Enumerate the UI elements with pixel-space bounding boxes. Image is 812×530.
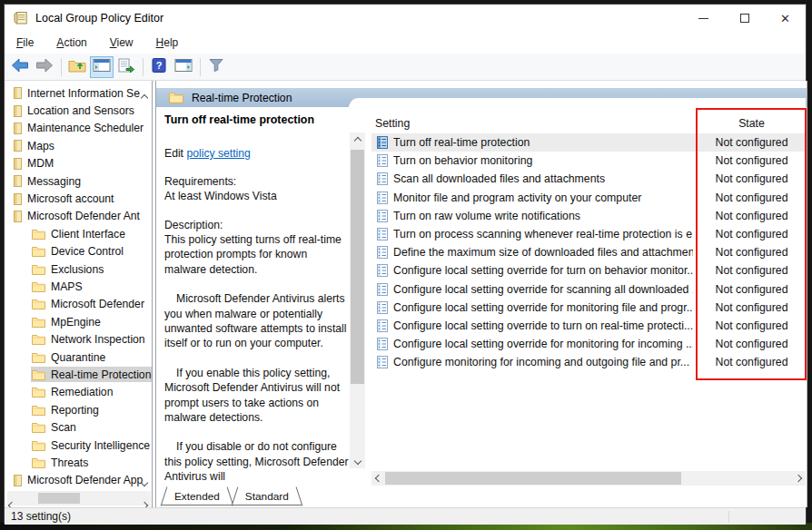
tree-item-reporting[interactable]: Reporting (6, 401, 152, 418)
tree-item-maps[interactable]: Maps (6, 137, 152, 154)
tree-item-microsoft-account[interactable]: Microsoft account (6, 190, 152, 207)
show-console-tree-button[interactable] (90, 56, 114, 78)
folder-icon (32, 457, 51, 468)
setting-document-icon (374, 210, 388, 222)
details-scroll-up-icon[interactable] (350, 132, 365, 148)
setting-name: Turn on behavior monitoring (393, 154, 693, 167)
tree-item-maintenance-scheduler[interactable]: Maintenance Scheduler (6, 120, 152, 137)
tree-scroll-down-icon[interactable] (142, 473, 147, 489)
tree-item-microsoft-defender[interactable]: Microsoft Defender (6, 296, 152, 313)
setting-row[interactable]: Configure local setting override to turn… (371, 317, 805, 335)
tab-extended[interactable]: Extended (162, 487, 233, 505)
export-list-button[interactable] (114, 56, 138, 78)
setting-name: Configure local setting override for mon… (393, 301, 693, 314)
tree-item-location-and-sensors[interactable]: Location and Sensors (6, 102, 152, 119)
list-scrollbar-thumb[interactable] (385, 472, 681, 485)
tab-standard[interactable]: Standard (233, 487, 302, 505)
menu-item-view[interactable]: View (102, 34, 142, 52)
forward-icon (35, 58, 54, 76)
setting-row[interactable]: Turn off real-time protectionNot configu… (371, 133, 805, 152)
setting-name: Configure local setting override for sca… (393, 283, 693, 296)
column-header-state[interactable]: State (697, 117, 807, 130)
minimize-button[interactable] (683, 5, 724, 32)
tree-item-microsoft-defender-app[interactable]: Microsoft Defender App (6, 472, 152, 489)
menu-item-help[interactable]: Help (148, 34, 187, 52)
tree-item-security-intelligence[interactable]: Security Intelligence (6, 437, 152, 454)
toolbar-separator (143, 58, 144, 76)
up-one-level-button[interactable] (65, 56, 89, 78)
tree-item-internet-information-se[interactable]: Internet Information Se (6, 84, 152, 102)
setting-state: Not configured (697, 228, 807, 240)
tree-horizontal-scrollbar (7, 491, 151, 505)
setting-row[interactable]: Configure local setting override for sca… (371, 280, 805, 299)
menu-item-action[interactable]: Action (48, 34, 94, 52)
setting-row[interactable]: Configure local setting override for mon… (371, 299, 805, 317)
tree-item-client-interface[interactable]: Client Interface (6, 225, 152, 242)
setting-row[interactable]: Configure local setting override for tur… (371, 261, 805, 280)
tree-item-device-control[interactable]: Device Control (6, 243, 152, 260)
tree-item-mpengine[interactable]: MpEngine (6, 313, 152, 330)
setting-row[interactable]: Turn on raw volume write notificationsNo… (371, 207, 805, 225)
maximize-icon (740, 14, 749, 23)
back-button[interactable] (8, 56, 32, 78)
tree-item-label: Scan (51, 421, 76, 434)
settings-list: Turn off real-time protectionNot configu… (371, 133, 805, 371)
tree-scroll-right-icon[interactable] (142, 496, 147, 507)
details-scrollbar-thumb[interactable] (351, 150, 364, 384)
tree-item-quarantine[interactable]: Quarantine (6, 348, 152, 366)
setting-row[interactable]: Turn on process scanning whenever real-t… (371, 225, 805, 243)
close-button[interactable]: ✕ (765, 5, 806, 32)
description-paragraph: This policy setting turns off real-time … (164, 232, 350, 277)
forward-button[interactable] (33, 56, 56, 78)
tree-item-label: Maintenance Scheduler (27, 122, 144, 134)
tree-item-label: Security Intelligence (51, 439, 150, 452)
setting-document-icon (374, 172, 388, 185)
tree-item-label: Network Inspection (51, 333, 145, 346)
tree-item-network-inspection[interactable]: Network Inspection (6, 330, 152, 348)
description-paragraph: If you enable this policy setting, Micro… (164, 366, 350, 426)
setting-row[interactable]: Turn on behavior monitoringNot configure… (371, 152, 805, 170)
tree-item-maps[interactable]: MAPS (6, 278, 152, 295)
tree-item-scan[interactable]: Scan (6, 418, 152, 436)
tree-item-mdm[interactable]: MDM (6, 155, 152, 172)
setting-state: Not configured (697, 301, 807, 314)
setting-row[interactable]: Scan all downloaded files and attachment… (371, 170, 805, 188)
tree-scrollbar-thumb[interactable] (38, 493, 80, 504)
policy-setting-link[interactable]: policy setting (186, 147, 250, 160)
setting-name: Configure local setting override for mon… (393, 338, 693, 350)
list-scroll-left-icon[interactable] (371, 471, 386, 486)
setting-state: Not configured (697, 154, 807, 167)
setting-state: Not configured (697, 191, 807, 204)
column-header-setting[interactable]: Setting (375, 117, 410, 130)
tree-item-remediation[interactable]: Remediation (6, 384, 152, 401)
show-action-pane-button[interactable] (172, 56, 195, 78)
setting-row[interactable]: Monitor file and program activity on you… (371, 189, 805, 207)
menu-item-file[interactable]: File (8, 34, 42, 52)
details-scroll-down-icon[interactable] (350, 453, 365, 468)
tree-item-real-time-protection[interactable]: Real-time Protection (6, 366, 152, 383)
policy-node-icon (14, 175, 27, 187)
tree-item-exclusions[interactable]: Exclusions (6, 260, 152, 278)
tree-item-threats[interactable]: Threats (6, 454, 152, 471)
folder-icon (32, 352, 51, 363)
list-scroll-right-icon[interactable] (791, 471, 806, 486)
tree-item-label: Microsoft Defender (51, 298, 144, 310)
tree-item-messaging[interactable]: Messaging (6, 172, 152, 190)
setting-document-icon (374, 356, 388, 368)
help-button[interactable]: ? (147, 56, 171, 78)
policy-node-icon (14, 105, 27, 117)
tree-scroll-left-icon[interactable] (9, 496, 15, 507)
tree-item-label: Real-time Protection (51, 368, 151, 381)
help-icon: ? (151, 58, 167, 76)
tree-scroll-up-icon[interactable] (142, 88, 147, 104)
maximize-button[interactable] (724, 5, 765, 32)
setting-row[interactable]: Configure monitoring for incoming and ou… (371, 353, 805, 371)
setting-document-icon (374, 338, 388, 350)
setting-document-icon (374, 301, 388, 314)
tree-item-label: MAPS (51, 280, 83, 293)
toolbar: ? (5, 54, 806, 81)
setting-row[interactable]: Define the maximum size of downloaded fi… (371, 243, 805, 261)
tree-item-microsoft-defender-ant[interactable]: Microsoft Defender Ant (6, 208, 152, 225)
setting-row[interactable]: Configure local setting override for mon… (371, 335, 805, 353)
filter-button[interactable] (204, 56, 228, 78)
